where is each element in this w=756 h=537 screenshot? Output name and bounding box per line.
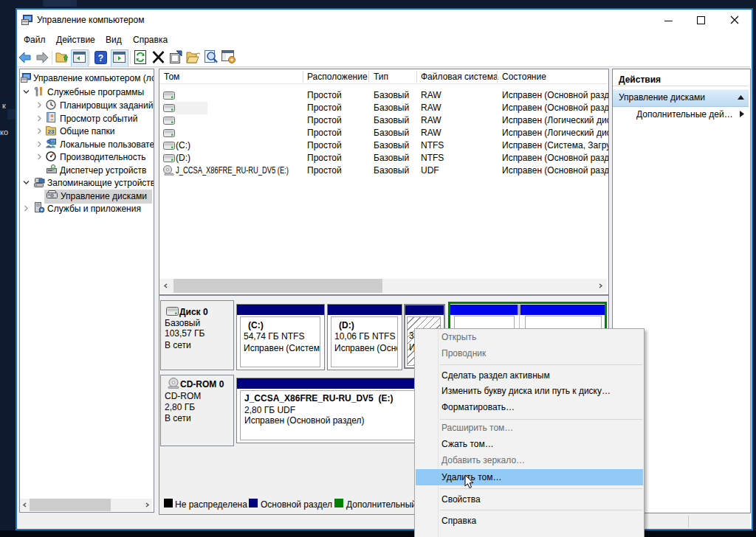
svg-text:?: ? [98, 53, 103, 63]
svg-text:23: 23 [48, 128, 55, 135]
